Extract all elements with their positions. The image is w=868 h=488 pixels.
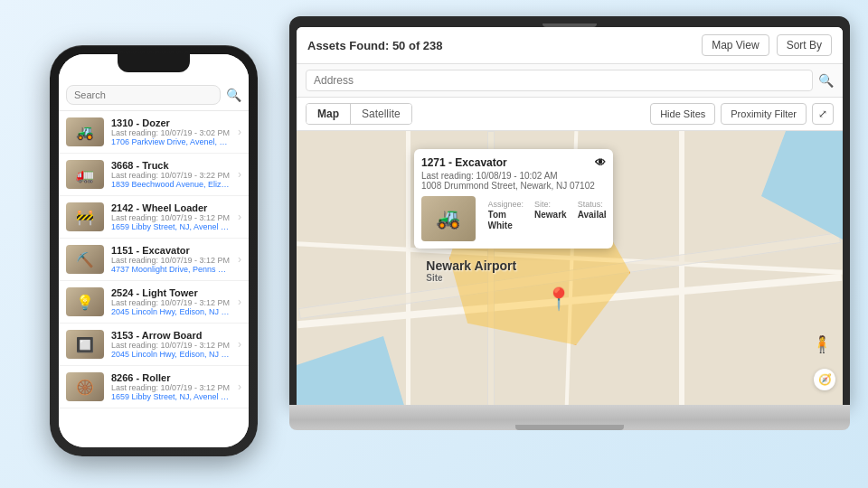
phone-list-item[interactable]: 🚜 1310 - Dozer Last reading: 10/07/19 - … — [59, 111, 249, 154]
popup-subtitle: Last reading: 10/08/19 - 10:02 AM 1008 D… — [421, 171, 606, 191]
map-tab-group: Map Satellite — [306, 103, 412, 125]
asset-name: 2524 - Light Tower — [111, 287, 231, 298]
popup-asset-image — [421, 196, 476, 241]
asset-reading: Last reading: 10/07/19 - 3:12 PM — [111, 298, 231, 307]
asset-reading: Last reading: 10/07/19 - 3:12 PM — [111, 213, 231, 222]
asset-info: 2524 - Light Tower Last reading: 10/07/1… — [111, 287, 231, 316]
compass-icon: 🧭 — [814, 369, 835, 390]
proximity-filter-button[interactable]: Proximity Filter — [721, 103, 807, 125]
phone-search-icon: 🔍 — [226, 88, 241, 102]
asset-info: 1151 - Excavator Last reading: 10/07/19 … — [111, 245, 231, 274]
asset-reading: Last reading: 10/07/19 - 3:02 PM — [111, 128, 231, 137]
phone-list-item[interactable]: 🚧 2142 - Wheel Loader Last reading: 10/0… — [59, 196, 249, 239]
asset-reading: Last reading: 10/07/19 - 3:12 PM — [111, 341, 231, 350]
chevron-right-icon: › — [238, 168, 241, 181]
chevron-right-icon: › — [238, 338, 241, 351]
phone-list-item[interactable]: 🔲 3153 - Arrow Board Last reading: 10/07… — [59, 324, 249, 366]
chevron-right-icon: › — [238, 380, 241, 393]
tab-satellite[interactable]: Satellite — [351, 104, 411, 124]
hide-sites-button[interactable]: Hide Sites — [650, 103, 715, 125]
asset-thumbnail: 🚛 — [66, 160, 104, 189]
popup-eye-icon: 👁 — [595, 156, 606, 169]
asset-address: 1706 Parkview Drive, Avenel, NJ 07001 — [111, 137, 231, 146]
map-tabs-bar: Map Satellite Hide Sites Proximity Filte… — [297, 98, 843, 131]
map-controls: Hide Sites Proximity Filter ⤢ — [650, 103, 834, 125]
asset-info: 3668 - Truck Last reading: 10/07/19 - 3:… — [111, 160, 231, 189]
phone-list-item[interactable]: ⛏️ 1151 - Excavator Last reading: 10/07/… — [59, 239, 249, 281]
popup-site: Site: Newark — [534, 200, 567, 230]
asset-name: 1310 - Dozer — [111, 117, 231, 128]
asset-thumbnail: 🛞 — [66, 372, 104, 401]
laptop-screen-outer: Assets Found: 50 of 238 Map View Sort By… — [289, 16, 850, 405]
tab-map[interactable]: Map — [307, 104, 351, 124]
phone-list-item[interactable]: 🚛 3668 - Truck Last reading: 10/07/19 - … — [59, 154, 249, 196]
address-bar: 🔍 — [297, 64, 843, 98]
phone-search-bar: 🔍 — [59, 80, 249, 111]
chevron-right-icon: › — [238, 253, 241, 266]
popup-assignee: Assignee: Tom White — [488, 200, 524, 230]
asset-thumbnail: 💡 — [66, 287, 104, 316]
laptop-topbar: Assets Found: 50 of 238 Map View Sort By — [297, 27, 843, 64]
asset-name: 8266 - Roller — [111, 372, 231, 383]
phone-asset-list: 🚜 1310 - Dozer Last reading: 10/07/19 - … — [59, 111, 249, 447]
popup-details: Assignee: Tom White Site: Newark Status:… — [488, 196, 606, 230]
map-area[interactable]: Newark Airport Site 📍 🧍 🧭 1271 - Excavat… — [297, 131, 843, 408]
map-location-pin: 📍 — [545, 286, 572, 312]
map-popup: 1271 - Excavator 👁 Last reading: 10/08/1… — [414, 149, 613, 249]
asset-reading: Last reading: 10/07/19 - 3:12 PM — [111, 383, 231, 392]
asset-info: 3153 - Arrow Board Last reading: 10/07/1… — [111, 330, 231, 359]
address-search-icon: 🔍 — [818, 73, 834, 88]
popup-title: 1271 - Excavator 👁 — [421, 156, 606, 169]
fullscreen-button[interactable]: ⤢ — [812, 103, 834, 125]
asset-info: 2142 - Wheel Loader Last reading: 10/07/… — [111, 202, 231, 231]
asset-name: 1151 - Excavator — [111, 245, 231, 256]
chevron-right-icon: › — [238, 126, 241, 138]
popup-status: Status: Available — [578, 200, 606, 230]
assets-found-label: Assets Found: 50 of 238 — [307, 39, 443, 52]
phone-screen: 🔍 🚜 1310 - Dozer Last reading: 10/07/19 … — [59, 54, 249, 447]
asset-thumbnail: 🚜 — [66, 117, 104, 146]
asset-address: 1839 Beechwood Avenue, Elizabeth, NJ 072… — [111, 180, 231, 189]
phone-outer: 🔍 🚜 1310 - Dozer Last reading: 10/07/19 … — [50, 45, 258, 456]
asset-name: 3153 - Arrow Board — [111, 330, 231, 341]
chevron-right-icon: › — [238, 296, 241, 308]
asset-address: 1659 Libby Street, NJ, Avenel 07001 — [111, 222, 231, 231]
address-input[interactable] — [306, 70, 813, 91]
popup-row-1: Assignee: Tom White Site: Newark Status:… — [488, 200, 606, 230]
chevron-right-icon: › — [238, 211, 241, 223]
phone: 🔍 🚜 1310 - Dozer Last reading: 10/07/19 … — [50, 45, 258, 456]
asset-address: 2045 Lincoln Hwy, Edison, NJ 08817 — [111, 350, 231, 359]
street-view-icon: 🧍 — [812, 334, 832, 354]
asset-name: 2142 - Wheel Loader — [111, 202, 231, 213]
phone-list-item[interactable]: 🛞 8266 - Roller Last reading: 10/07/19 -… — [59, 366, 249, 408]
asset-name: 3668 - Truck — [111, 160, 231, 171]
asset-reading: Last reading: 10/07/19 - 3:12 PM — [111, 256, 231, 265]
sort-by-button[interactable]: Sort By — [777, 34, 832, 56]
asset-address: 2045 Lincoln Hwy, Edison, NJ 08817 — [111, 307, 231, 316]
phone-notch — [118, 54, 190, 72]
map-view-button[interactable]: Map View — [702, 34, 769, 56]
popup-content: Assignee: Tom White Site: Newark Status:… — [421, 196, 606, 241]
laptop-base — [289, 405, 850, 430]
laptop: Assets Found: 50 of 238 Map View Sort By… — [289, 16, 850, 459]
map-location-label: Newark Airport Site — [426, 258, 516, 282]
asset-address: 1659 Libby Street, NJ, Avenel 07001 — [111, 392, 231, 401]
asset-thumbnail: 🔲 — [66, 330, 104, 359]
asset-address: 4737 Moonlight Drive, Penns Neck, NJ 085… — [111, 265, 231, 274]
asset-reading: Last reading: 10/07/19 - 3:22 PM — [111, 171, 231, 180]
topbar-actions: Map View Sort By — [702, 34, 832, 56]
phone-search-input[interactable] — [66, 85, 221, 105]
asset-info: 8266 - Roller Last reading: 10/07/19 - 3… — [111, 372, 231, 401]
asset-thumbnail: ⛏️ — [66, 245, 104, 274]
phone-list-item[interactable]: 💡 2524 - Light Tower Last reading: 10/07… — [59, 281, 249, 324]
asset-info: 1310 - Dozer Last reading: 10/07/19 - 3:… — [111, 117, 231, 146]
asset-thumbnail: 🚧 — [66, 202, 104, 231]
laptop-screen-inner: Assets Found: 50 of 238 Map View Sort By… — [297, 27, 843, 408]
